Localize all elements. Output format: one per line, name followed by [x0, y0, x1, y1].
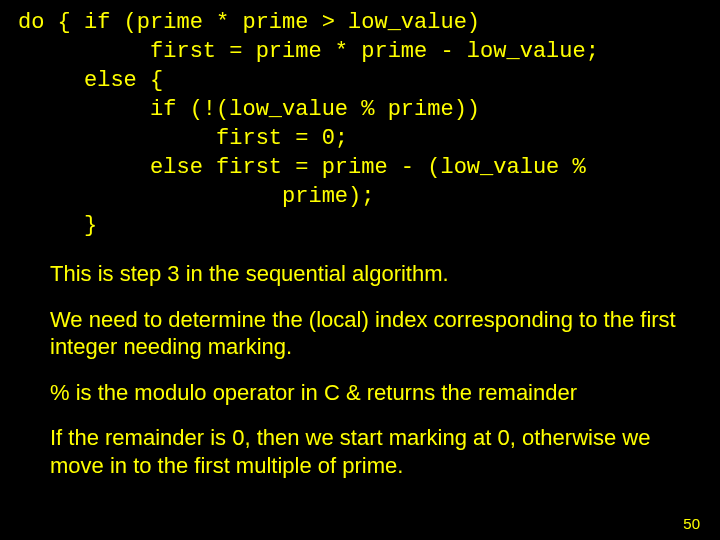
code-line: prime);	[18, 184, 374, 209]
code-block: do { if (prime * prime > low_value) firs…	[18, 8, 702, 240]
paragraph: If the remainder is 0, then we start mar…	[50, 424, 678, 479]
slide: do { if (prime * prime > low_value) firs…	[0, 0, 720, 540]
paragraph: % is the modulo operator in C & returns …	[50, 379, 678, 407]
code-line: if (!(low_value % prime))	[18, 97, 480, 122]
code-line: else {	[18, 68, 163, 93]
code-line: first = prime * prime - low_value;	[18, 39, 599, 64]
code-line: }	[18, 213, 97, 238]
code-line: else first = prime - (low_value %	[18, 155, 586, 180]
paragraph: We need to determine the (local) index c…	[50, 306, 678, 361]
explanation-block: This is step 3 in the sequential algorit…	[50, 260, 678, 479]
code-line: first = 0;	[18, 126, 348, 151]
code-line: do { if (prime * prime > low_value)	[18, 10, 480, 35]
page-number: 50	[683, 515, 700, 532]
paragraph: This is step 3 in the sequential algorit…	[50, 260, 678, 288]
